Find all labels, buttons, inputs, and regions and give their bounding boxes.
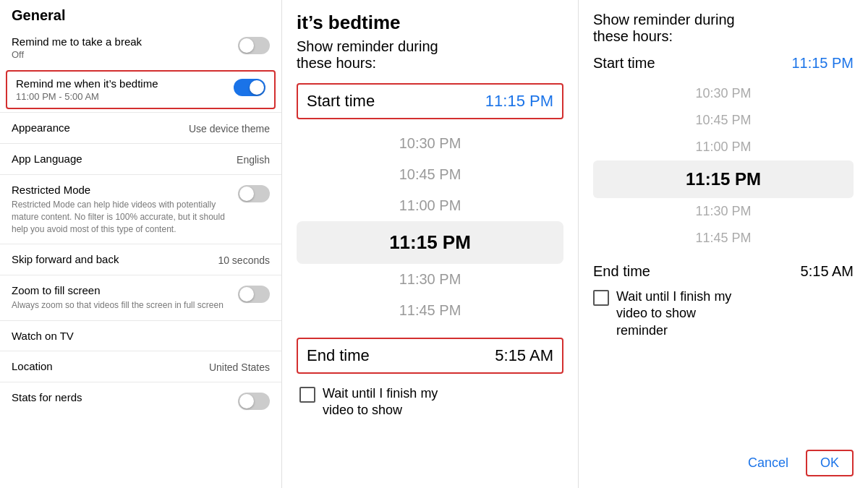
right-end-time-row[interactable]: End time 5:15 AM [593,263,854,280]
start-time-header[interactable]: Start time 11:15 PM [297,83,563,119]
end-time-value: 5:15 AM [495,346,553,365]
remind-bedtime-toggle[interactable] [234,79,265,96]
divider [0,143,281,144]
location-label: Location [12,360,203,372]
zoom-fill-desc: Always zoom so that videos fill the scre… [12,299,232,312]
watch-tv-item[interactable]: Watch on TV [0,322,281,349]
restricted-mode-item: Restricted Mode Restricted Mode can help… [0,176,281,242]
right-wait-text: Wait until I finish myvideo to showremin… [616,288,731,339]
stats-nerds-label: Stats for nerds [12,391,232,403]
divider [0,320,281,321]
right-time-1145pm[interactable]: 11:45 PM [593,225,854,252]
remind-bedtime-thumb [250,80,264,95]
wait-checkbox[interactable] [299,387,315,403]
appearance-item[interactable]: Appearance Use device theme [0,114,281,142]
remind-bedtime-sublabel: 11:00 PM - 5:00 AM [16,91,228,102]
divider [0,244,281,244]
remind-break-label: Remind me to take a break [12,35,232,48]
right-start-time-label: Start time [593,55,655,72]
ok-button[interactable]: OK [806,450,854,476]
middle-time-panel: it’s bedtime Show reminder duringthese h… [282,0,579,488]
restricted-mode-desc: Restricted Mode can help hide videos wit… [12,199,232,235]
app-language-item[interactable]: App Language English [0,145,281,173]
start-time-value: 11:15 PM [485,92,553,111]
right-end-time-label: End time [593,263,650,280]
divider [0,112,281,113]
zoom-fill-label: Zoom to fill screen [12,284,232,296]
start-time-label: Start time [307,92,375,111]
cancel-button[interactable]: Cancel [739,450,797,476]
end-time-header[interactable]: End time 5:15 AM [297,338,563,374]
action-buttons: Cancel OK [593,444,854,476]
remind-break-item: Remind me to take a break Off [0,28,281,67]
watch-tv-label: Watch on TV [12,330,270,342]
right-panel: Show reminder duringthese hours: Start t… [579,0,868,488]
location-item[interactable]: Location United States [0,353,281,380]
middle-panel-title: it’s bedtime [297,12,563,34]
time-option-1030pm[interactable]: 10:30 PM [297,128,563,159]
time-option-1115pm[interactable]: 11:15 PM [297,221,563,264]
right-start-time-row[interactable]: Start time 11:15 PM [593,55,854,72]
divider [0,351,281,351]
zoom-fill-item: Zoom to fill screen Always zoom so that … [0,277,281,319]
zoom-fill-toggle[interactable] [238,286,270,303]
right-time-1030pm[interactable]: 10:30 PM [593,80,854,107]
time-option-1130pm[interactable]: 11:30 PM [297,264,563,295]
wait-row: Wait until I finish myvideo to show [297,382,563,422]
panel-title: General [0,0,281,28]
right-start-time-picker: 10:30 PM 10:45 PM 11:00 PM 11:15 PM 11:3… [593,80,854,252]
remind-bedtime-label: Remind me when it’s bedtime [16,77,228,90]
right-time-1100pm[interactable]: 11:00 PM [593,134,854,160]
restricted-mode-toggle[interactable] [238,185,270,202]
skip-forward-label: Skip forward and back [12,253,212,265]
right-wait-row: Wait until I finish myvideo to showremin… [593,288,854,339]
restricted-mode-thumb [239,187,254,201]
divider [0,275,281,275]
divider [0,382,281,382]
right-time-1130pm[interactable]: 11:30 PM [593,198,854,225]
right-show-during: Show reminder duringthese hours: [593,12,854,45]
time-option-1100pm[interactable]: 11:00 PM [297,190,563,221]
remind-bedtime-item: Remind me when it’s bedtime 11:00 PM - 5… [6,70,276,109]
remind-break-thumb [239,38,254,53]
restricted-mode-label: Restricted Mode [12,184,232,196]
left-settings-panel: General Remind me to take a break Off Re… [0,0,282,488]
right-time-1115pm[interactable]: 11:15 PM [593,160,854,198]
show-reminder-label: Show reminder duringthese hours: [297,38,563,72]
time-option-1045pm[interactable]: 10:45 PM [297,159,563,190]
right-time-1045pm[interactable]: 10:45 PM [593,107,854,134]
time-option-1145pm[interactable]: 11:45 PM [297,295,563,326]
appearance-value: Use device theme [189,123,270,134]
location-value: United States [209,361,270,373]
skip-forward-item[interactable]: Skip forward and back 10 seconds [0,246,281,273]
app-language-value: English [237,154,270,166]
start-time-picker: 10:30 PM 10:45 PM 11:00 PM 11:15 PM 11:3… [297,125,563,329]
right-start-time-value: 11:15 PM [791,55,854,72]
remind-break-toggle[interactable] [238,37,270,54]
skip-forward-value: 10 seconds [218,254,270,266]
divider [0,174,281,175]
wait-text: Wait until I finish myvideo to show [323,385,438,419]
remind-break-sublabel: Off [12,49,232,60]
right-end-time-value: 5:15 AM [801,263,854,280]
right-wait-checkbox[interactable] [593,290,609,306]
end-time-label: End time [307,346,370,365]
stats-nerds-item: Stats for nerds [0,384,281,417]
stats-nerds-toggle[interactable] [238,393,270,410]
app-language-label: App Language [12,153,231,165]
appearance-label: Appearance [12,121,183,134]
